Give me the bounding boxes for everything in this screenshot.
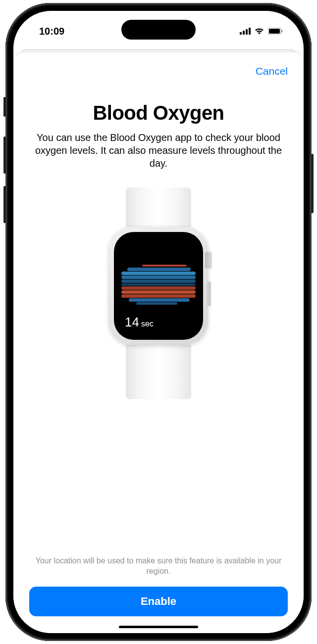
footer: Your location will be used to make sure … bbox=[25, 556, 292, 633]
watch-band-bottom bbox=[126, 345, 191, 399]
svg-rect-1 bbox=[243, 31, 245, 35]
svg-rect-5 bbox=[269, 29, 280, 34]
phone-volume-down bbox=[3, 186, 6, 223]
watch-band-top bbox=[126, 187, 191, 227]
phone-frame: 10:09 Cancel Blood Oxygen bbox=[5, 3, 312, 641]
dynamic-island bbox=[121, 20, 196, 40]
phone-power-button bbox=[311, 154, 314, 213]
svg-rect-3 bbox=[249, 28, 251, 35]
watch-crown bbox=[205, 252, 212, 269]
location-disclaimer: Your location will be used to make sure … bbox=[29, 556, 288, 577]
phone-silent-switch bbox=[3, 97, 6, 117]
home-indicator[interactable] bbox=[119, 626, 198, 628]
battery-icon bbox=[268, 26, 283, 37]
modal-sheet: Cancel Blood Oxygen You can use the Bloo… bbox=[13, 52, 304, 633]
watch-screen: 14 sec bbox=[114, 232, 203, 340]
status-time: 10:09 bbox=[39, 26, 64, 37]
watch-side-button bbox=[207, 281, 211, 306]
oxygen-wave-icon bbox=[121, 263, 196, 309]
timer-unit: sec bbox=[141, 320, 154, 328]
svg-rect-2 bbox=[246, 29, 248, 35]
screen: 10:09 Cancel Blood Oxygen bbox=[13, 11, 304, 633]
cancel-button[interactable]: Cancel bbox=[256, 65, 288, 77]
cellular-icon bbox=[240, 26, 251, 37]
svg-rect-6 bbox=[281, 30, 282, 33]
enable-button[interactable]: Enable bbox=[29, 587, 288, 616]
watch-case: 14 sec bbox=[109, 227, 208, 345]
page-title: Blood Oxygen bbox=[25, 102, 292, 124]
watch-timer: 14 sec bbox=[125, 315, 154, 330]
svg-rect-0 bbox=[240, 32, 242, 35]
page-description: You can use the Blood Oxygen app to chec… bbox=[25, 131, 292, 170]
status-indicators bbox=[240, 26, 283, 37]
phone-volume-up bbox=[3, 137, 6, 174]
nav-bar: Cancel bbox=[25, 60, 292, 82]
timer-value: 14 bbox=[125, 315, 139, 330]
apple-watch: 14 sec bbox=[102, 187, 215, 556]
watch-illustration: 14 sec bbox=[25, 187, 292, 556]
wifi-icon bbox=[254, 26, 264, 37]
